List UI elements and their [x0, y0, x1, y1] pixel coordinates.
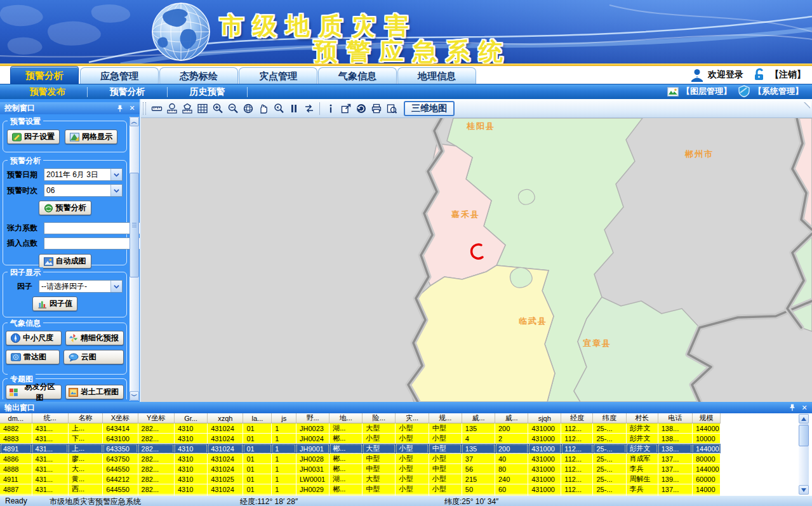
radar-button[interactable]: 雷达图 — [6, 350, 60, 364]
table-cell[interactable]: 1 — [272, 464, 296, 474]
swap-arrows-icon[interactable] — [302, 101, 316, 116]
table-cell[interactable]: 431025 — [208, 474, 243, 484]
table-cell[interactable]: JH9001 — [296, 444, 329, 454]
table-cell[interactable]: 01 — [243, 464, 272, 474]
table-cell[interactable]: 138... — [658, 434, 692, 444]
table-row[interactable]: 4891431...上...643350282...4310431024011J… — [0, 444, 721, 454]
table-cell[interactable]: 01 — [243, 474, 272, 484]
table-cell[interactable]: 431... — [32, 423, 68, 434]
fine-forecast-button[interactable]: 精细化预报 — [65, 331, 124, 345]
table-cell[interactable]: 4886 — [0, 454, 32, 464]
table-cell[interactable]: 大型 — [363, 423, 396, 434]
table-cell[interactable]: 144000 — [692, 444, 720, 454]
table-cell[interactable]: JH0023 — [296, 423, 329, 434]
table-cell[interactable]: 01 — [243, 454, 272, 464]
table-cell[interactable]: 4888 — [0, 464, 32, 474]
table-cell[interactable]: 643350 — [103, 444, 138, 454]
scroll-down-button[interactable]: ﹀ — [130, 391, 139, 401]
table-cell[interactable]: 282... — [138, 423, 174, 434]
table-cell[interactable]: 上... — [68, 444, 102, 454]
subtab-3[interactable]: 历史预警 — [168, 86, 247, 98]
table-cell[interactable]: 1 — [272, 434, 296, 444]
table-cell[interactable]: 肖成军 — [626, 454, 658, 464]
column-header[interactable]: 规... — [429, 413, 462, 423]
table-cell[interactable]: 431000 — [528, 464, 561, 474]
table-cell[interactable]: JH0029 — [296, 484, 329, 495]
table-cell[interactable]: 01 — [243, 434, 272, 444]
table-row[interactable]: 4911431...黄...644212282...4310431025011L… — [0, 474, 721, 484]
tab-2[interactable]: 应急管理 — [80, 67, 159, 84]
table-cell[interactable]: 彭井文 — [626, 444, 658, 454]
measure-polygon-icon[interactable] — [180, 101, 194, 116]
output-scrollbar[interactable] — [799, 414, 809, 495]
table-cell[interactable]: 4310 — [174, 464, 207, 474]
column-header[interactable]: 险... — [363, 413, 396, 423]
table-cell[interactable]: JH0028 — [296, 454, 329, 464]
table-cell[interactable]: 56 — [462, 464, 495, 474]
table-cell[interactable]: 中型 — [429, 444, 462, 454]
table-cell[interactable]: 大型 — [363, 474, 396, 484]
table-cell[interactable]: 4883 — [0, 434, 32, 444]
table-cell[interactable]: 4 — [462, 434, 495, 444]
table-cell[interactable]: 144000 — [692, 464, 720, 474]
pin-icon[interactable] — [789, 404, 796, 411]
pin-icon[interactable] — [116, 105, 124, 112]
table-cell[interactable]: 431024 — [208, 464, 243, 474]
table-cell[interactable]: 112... — [561, 423, 593, 434]
chevron-down-icon[interactable] — [110, 185, 122, 196]
table-cell[interactable]: 112... — [561, 464, 593, 474]
table-cell[interactable]: 4310 — [174, 454, 207, 464]
table-cell[interactable]: 80000 — [692, 454, 720, 464]
table-cell[interactable]: 25-... — [593, 464, 626, 474]
scroll-up-button[interactable] — [799, 414, 809, 423]
close-panel-icon[interactable]: ✕ — [128, 105, 136, 112]
mesoscale-button[interactable]: 中小尺度 — [6, 331, 62, 345]
table-cell[interactable]: JH0031 — [296, 464, 329, 474]
table-cell[interactable]: 431000 — [528, 423, 561, 434]
table-cell[interactable]: 431000 — [528, 484, 561, 495]
table-cell[interactable]: 37 — [462, 454, 495, 464]
column-header[interactable]: 电话 — [658, 413, 692, 423]
geotech-map-button[interactable]: 岩土工程图 — [65, 385, 124, 399]
table-cell[interactable]: 4911 — [0, 474, 32, 484]
table-cell[interactable]: 112... — [561, 454, 593, 464]
logout-link[interactable]: 【注销】 — [752, 68, 806, 82]
table-cell[interactable]: 4310 — [174, 423, 207, 434]
layer-manager-link[interactable]: 【图层管理】 — [667, 86, 731, 97]
table-row[interactable]: 4888431...大...644550282...4310431024011J… — [0, 464, 721, 474]
table-cell[interactable]: 4310 — [174, 444, 207, 454]
table-row[interactable]: 4882431...上...643414282...4310431024011J… — [0, 423, 721, 434]
table-cell[interactable]: 郴... — [329, 434, 363, 444]
table-cell[interactable]: 周解生 — [626, 474, 658, 484]
table-cell[interactable]: 431... — [32, 474, 68, 484]
factor-settings-button[interactable]: 因子设置 — [7, 130, 60, 144]
warning-date-select[interactable]: 2011年 6月 3日 — [44, 168, 123, 181]
table-cell[interactable]: 644550 — [103, 464, 138, 474]
table-cell[interactable]: 李兵 — [626, 484, 658, 495]
table-row[interactable]: 4887431...西...644550282...4310431024011J… — [0, 484, 721, 495]
print-icon[interactable] — [369, 101, 383, 116]
table-cell[interactable]: 4887 — [0, 484, 32, 495]
system-manager-link[interactable]: 【系统管理】 — [738, 85, 803, 98]
table-cell[interactable]: 25-... — [593, 444, 626, 454]
table-cell[interactable]: 小型 — [396, 444, 429, 454]
table-cell[interactable]: 上... — [68, 423, 102, 434]
table-cell[interactable]: 431... — [32, 444, 68, 454]
table-cell[interactable]: 282... — [138, 464, 174, 474]
table-cell[interactable]: 小型 — [396, 434, 429, 444]
toolbar-overflow-corner[interactable] — [804, 102, 811, 108]
tab-1[interactable]: 预警分析 — [10, 66, 79, 85]
table-cell[interactable]: 643100 — [103, 434, 138, 444]
table-cell[interactable]: LW0001 — [296, 474, 329, 484]
table-cell[interactable]: 112... — [561, 434, 593, 444]
table-cell[interactable]: 431024 — [208, 484, 243, 495]
table-cell[interactable]: 112... — [561, 484, 593, 495]
tab-4[interactable]: 灾点管理 — [239, 67, 317, 84]
factor-select[interactable]: --请选择因子- — [39, 280, 123, 293]
column-header[interactable]: 名称 — [68, 413, 102, 423]
table-cell[interactable]: 282... — [138, 484, 174, 495]
table-cell[interactable]: 431000 — [528, 444, 561, 454]
table-cell[interactable]: 137... — [658, 464, 692, 474]
table-cell[interactable]: 137... — [658, 454, 692, 464]
table-cell[interactable]: 西... — [68, 484, 102, 495]
